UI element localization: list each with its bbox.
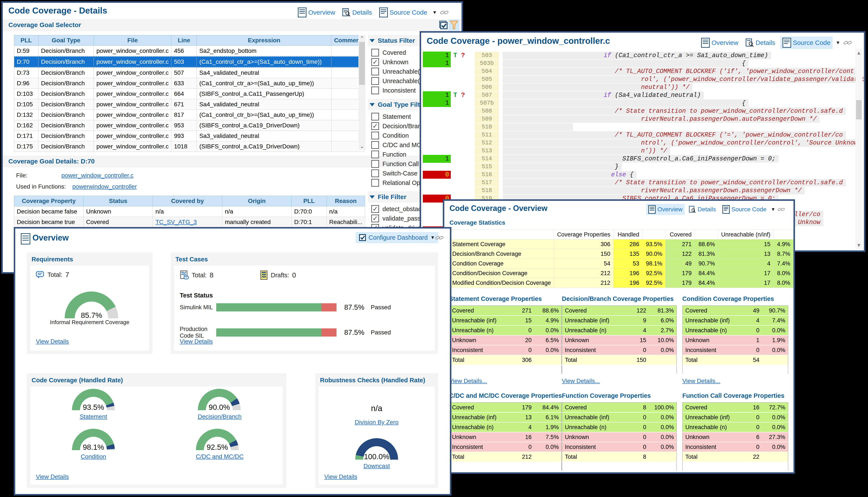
goal-row[interactable]: D:103Decision/Branchpower_window_control… (14, 89, 364, 99)
tab-overview-active[interactable]: Overview (646, 204, 684, 215)
gauge-link[interactable]: Statement (80, 413, 107, 420)
checkbox[interactable] (371, 113, 379, 120)
covered-by-link[interactable]: TC_SV_ATG_3 (156, 219, 197, 225)
filter-active-button[interactable] (449, 19, 459, 31)
view-details-link[interactable]: View Details... (562, 378, 600, 384)
column-header[interactable]: Origin (222, 196, 292, 207)
robustness-view-details-link[interactable]: View Details (324, 473, 357, 480)
view-details-link[interactable]: View Details... (449, 378, 487, 384)
link-chain-icon[interactable] (778, 207, 785, 212)
checkbox[interactable] (371, 77, 379, 85)
code-line[interactable]: 1503b { (421, 59, 864, 68)
gauge-link[interactable]: Decision/Branch (198, 413, 242, 420)
code-line[interactable]: 1T ?507 if (Sa4_validated_neutral) (421, 91, 864, 99)
requirements-total: Total: 7 (36, 271, 69, 279)
tab-overview[interactable]: Overview (699, 37, 740, 49)
file-link[interactable]: power_window_controller.c (61, 172, 133, 179)
column-header[interactable]: Status (84, 196, 153, 207)
column-header[interactable]: PLL (292, 196, 327, 207)
column-header[interactable]: Line (171, 35, 197, 46)
gauge-link[interactable]: Condition (81, 453, 106, 460)
goal-row[interactable]: D:132Decision/Branchpower_window_control… (14, 110, 364, 120)
tab-details[interactable]: Details (340, 7, 374, 18)
checkbox[interactable] (371, 49, 379, 56)
code-line[interactable]: 1507b { (421, 99, 864, 107)
test-cases-view-details-link[interactable]: View Details (180, 338, 213, 345)
goal-row[interactable]: D:70Decision/Branchpower_window_controll… (14, 56, 364, 68)
column-header[interactable]: Goal Type (39, 35, 94, 46)
link-chain-icon[interactable] (435, 235, 444, 241)
function-link[interactable]: powerwindow_controller (72, 183, 137, 190)
goal-table-scrollbar[interactable]: ⌃⌄ (358, 35, 365, 150)
code-line[interactable]: 508 /* State transition to power_window_… (421, 107, 864, 115)
division-by-zero-link[interactable]: Division By Zero (355, 419, 399, 425)
requirements-view-details-link[interactable]: View Details (36, 338, 69, 345)
coverage-block: 1 (423, 155, 451, 163)
column-header[interactable]: Coverage Property (14, 196, 84, 207)
checkbox[interactable] (371, 169, 379, 177)
code-line[interactable]: 506 neutral')) */ (421, 83, 864, 91)
column-header[interactable]: File (94, 35, 171, 46)
goal-row[interactable]: D:96Decision/Branchpower_window_controll… (14, 78, 364, 89)
property-row: Inconsistent00.0% (562, 442, 677, 452)
checkbox[interactable]: ✓ (371, 205, 379, 213)
code-line[interactable]: 518 riverNeutral.passengerDown.passenger… (421, 187, 864, 195)
gauge-link[interactable]: C/DC and MC/DC (196, 453, 244, 460)
code-line[interactable]: 512 ntrol', ('power_window_controller/co… (421, 139, 864, 147)
checkbox[interactable]: ✓ (371, 58, 379, 66)
tab-source-code[interactable]: Source Code (377, 6, 429, 19)
property-row: Unreachable (inf)47.4% (682, 315, 788, 325)
link-chain-icon[interactable] (843, 40, 852, 46)
view-details-link[interactable]: View Details... (682, 378, 720, 384)
tab-details[interactable]: Details (743, 37, 777, 48)
column-header[interactable]: Covered by (153, 196, 222, 207)
goal-row[interactable]: D:105Decision/Branchpower_window_control… (14, 99, 364, 110)
line-number: 510 (475, 123, 499, 131)
goal-row[interactable]: D:59Decision/Branchpower_window_controll… (14, 46, 364, 56)
code-line[interactable]: 511 /* TL_AUTO_COMMENT BLOCKREF ('=', 'p… (421, 131, 864, 139)
toolbar-dropdown-caret[interactable]: ▼ (836, 40, 840, 45)
tab-overview[interactable]: Overview (296, 6, 337, 19)
property-row: Inconsistent00.0% (682, 345, 788, 355)
column-header[interactable]: PLL (14, 35, 39, 46)
checkbox[interactable] (371, 151, 379, 158)
code-line[interactable]: 504 /* TL_AUTO_COMMENT BLOCKREF ('if', '… (421, 68, 864, 75)
column-header[interactable]: Expression (197, 35, 332, 46)
goal-row[interactable]: D:175Decision/Branchpower_window_control… (14, 141, 364, 152)
goal-row[interactable]: D:171Decision/Branchpower_window_control… (14, 131, 364, 141)
code-line[interactable]: 509 riverNeutral.passengerDown.autoPasse… (421, 115, 864, 123)
goal-row[interactable]: D:73Decision/Branchpower_window_controll… (14, 68, 364, 78)
code-line[interactable]: 505 rol', ('power_window_controller/vali… (421, 75, 864, 83)
checkbox[interactable] (371, 160, 379, 168)
code-line[interactable]: 517 /* State transition to power_window_… (421, 179, 864, 187)
checkbox[interactable] (371, 68, 379, 75)
source-scrollbar[interactable]: ▲▼ (855, 48, 863, 250)
link-chain-icon[interactable] (440, 9, 449, 16)
column-header[interactable]: Reason (327, 196, 365, 207)
checkbox[interactable] (371, 141, 379, 149)
code-line[interactable]: 510 (421, 123, 864, 131)
tab-details[interactable]: Details (687, 204, 718, 214)
code-line[interactable]: 513 n')) */ (421, 147, 864, 155)
code-line[interactable]: 0516 else { (421, 171, 864, 179)
tab-source-code-active[interactable]: Source Code (780, 37, 833, 49)
goal-row[interactable]: D:162Decision/Branchpower_window_control… (14, 120, 364, 131)
checkbox[interactable]: ✓ (371, 215, 379, 222)
code-line[interactable]: 1T ?503 if (Ca1_control_ctr_a >= Sa1_aut… (421, 52, 864, 59)
code-line[interactable]: 1514 SIBFS_control_a.Ca6_iniPassengerDow… (421, 155, 864, 163)
coverage-goal-table[interactable]: PLLGoal TypeFileLineExpressionCommentD:5… (14, 35, 364, 152)
downcast-link[interactable]: Downcast (364, 463, 390, 469)
toolbar-dropdown-caret[interactable]: ▼ (771, 207, 776, 212)
code-text: SIBFS_control_a.Ca6_iniPassengerDown = 0… (503, 155, 779, 162)
checkbox[interactable] (371, 132, 379, 139)
checkbox[interactable] (371, 87, 379, 94)
source-code-icon (722, 205, 730, 214)
code-coverage-view-details-link[interactable]: View Details (36, 473, 69, 480)
checkbox[interactable] (371, 179, 379, 187)
configure-dashboard-button[interactable]: Configure Dashboard ▼ (356, 232, 438, 243)
toolbar-dropdown-caret[interactable]: ▼ (432, 10, 437, 15)
checkbox[interactable]: ✓ (371, 122, 379, 130)
tab-source-code[interactable]: Source Code (720, 204, 769, 215)
code-line[interactable]: 515 } (421, 163, 864, 171)
multi-select-icon[interactable] (438, 20, 448, 30)
